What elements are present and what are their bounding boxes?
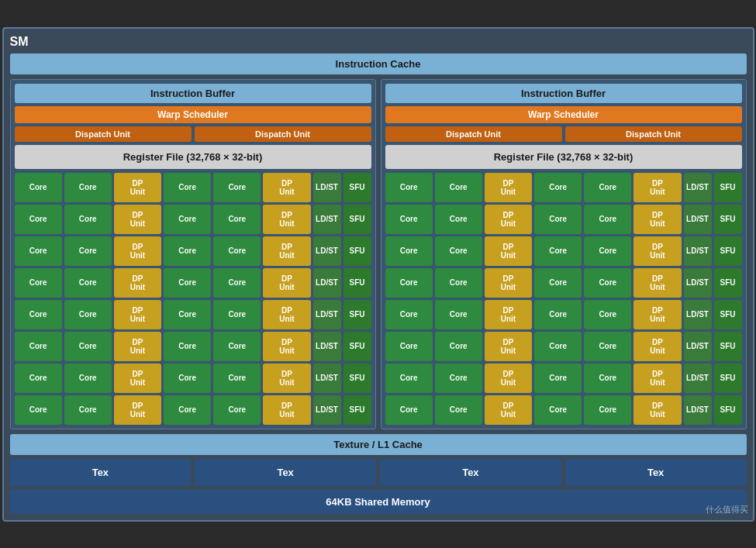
dp-unit: DPUnit — [633, 300, 681, 329]
ldst: LD/ST — [313, 268, 341, 298]
core: Core — [534, 173, 582, 202]
shared-memory: 64KB Shared Memory — [10, 490, 747, 514]
core: Core — [584, 173, 631, 202]
left-core-row-1: Core Core DPUnit Core Core DPUnit LD/ST … — [15, 173, 371, 202]
tex-unit-2: Tex — [195, 459, 376, 486]
dp-unit: DPUnit — [263, 300, 310, 329]
left-dispatch-unit-1: Dispatch Unit — [15, 126, 192, 142]
core: Core — [584, 364, 631, 393]
dp-unit: DPUnit — [485, 268, 532, 298]
bottom-section: Texture / L1 Cache Tex Tex Tex Tex 64KB … — [10, 434, 747, 514]
dp-unit: DPUnit — [633, 236, 681, 266]
right-dispatch-unit-2: Dispatch Unit — [565, 126, 742, 142]
tex-unit-1: Tex — [10, 459, 192, 486]
ldst: LD/ST — [313, 332, 341, 361]
sfu: SFU — [343, 364, 371, 393]
core: Core — [435, 236, 482, 266]
dp-unit: DPUnit — [263, 332, 310, 361]
dp-unit: DPUnit — [263, 205, 310, 234]
core: Core — [164, 205, 211, 234]
core: Core — [15, 268, 62, 298]
right-core-row-5: Core Core DPUnit Core Core DPUnit LD/ST … — [385, 300, 742, 329]
dp-unit: DPUnit — [633, 395, 681, 425]
core: Core — [584, 268, 631, 298]
left-core-row-3: Core Core DPUnit Core Core DPUnit LD/ST … — [15, 236, 371, 266]
core: Core — [213, 236, 261, 266]
core: Core — [385, 364, 433, 393]
dp-unit: DPUnit — [114, 395, 161, 425]
core: Core — [64, 173, 112, 202]
dp-unit: DPUnit — [114, 268, 161, 298]
left-register-file: Register File (32,768 × 32-bit) — [15, 145, 371, 169]
core: Core — [435, 300, 482, 329]
core: Core — [64, 300, 112, 329]
core: Core — [64, 236, 112, 266]
dp-unit: DPUnit — [263, 268, 310, 298]
right-half: Instruction Buffer Warp Scheduler Dispat… — [381, 79, 747, 429]
sfu: SFU — [714, 332, 742, 361]
right-core-grid: Core Core DPUnit Core Core DPUnit LD/ST … — [385, 173, 742, 425]
sfu: SFU — [714, 395, 742, 425]
left-core-row-4: Core Core DPUnit Core Core DPUnit LD/ST … — [15, 268, 371, 298]
core: Core — [164, 236, 211, 266]
watermark: 什么值得买 — [706, 504, 748, 515]
core: Core — [164, 364, 211, 393]
dp-unit: DPUnit — [633, 173, 681, 202]
right-register-file: Register File (32,768 × 32-bit) — [385, 145, 742, 169]
core: Core — [164, 395, 211, 425]
tex-unit-4: Tex — [565, 459, 747, 486]
core: Core — [534, 395, 582, 425]
left-warp-scheduler: Warp Scheduler — [15, 106, 371, 123]
right-core-row-4: Core Core DPUnit Core Core DPUnit LD/ST … — [385, 268, 742, 298]
ldst: LD/ST — [313, 364, 341, 393]
core: Core — [435, 395, 482, 425]
ldst: LD/ST — [684, 364, 712, 393]
dp-unit: DPUnit — [485, 395, 532, 425]
core: Core — [15, 300, 62, 329]
ldst: LD/ST — [684, 205, 712, 234]
core: Core — [385, 332, 433, 361]
dp-unit: DPUnit — [633, 205, 681, 234]
core: Core — [15, 173, 62, 202]
core: Core — [213, 300, 261, 329]
ldst: LD/ST — [684, 395, 712, 425]
dp-unit: DPUnit — [263, 236, 310, 266]
core: Core — [213, 332, 261, 361]
ldst: LD/ST — [313, 236, 341, 266]
core: Core — [534, 236, 582, 266]
left-half: Instruction Buffer Warp Scheduler Dispat… — [10, 79, 376, 429]
core: Core — [584, 395, 631, 425]
core: Core — [534, 364, 582, 393]
core: Core — [584, 300, 631, 329]
core: Core — [164, 173, 211, 202]
texture-cache: Texture / L1 Cache — [10, 434, 747, 455]
dp-unit: DPUnit — [485, 236, 532, 266]
core: Core — [435, 364, 482, 393]
right-dispatch-unit-1: Dispatch Unit — [385, 126, 562, 142]
core: Core — [164, 300, 211, 329]
core: Core — [385, 236, 433, 266]
dp-unit: DPUnit — [114, 173, 161, 202]
core: Core — [584, 332, 631, 361]
sfu: SFU — [343, 236, 371, 266]
core: Core — [385, 300, 433, 329]
core: Core — [435, 332, 482, 361]
ldst: LD/ST — [684, 332, 712, 361]
sfu: SFU — [343, 173, 371, 202]
dp-unit: DPUnit — [263, 364, 310, 393]
core: Core — [64, 364, 112, 393]
left-core-row-5: Core Core DPUnit Core Core DPUnit LD/ST … — [15, 300, 371, 329]
core: Core — [15, 236, 62, 266]
core: Core — [64, 332, 112, 361]
sfu: SFU — [343, 205, 371, 234]
sfu: SFU — [714, 236, 742, 266]
ldst: LD/ST — [684, 236, 712, 266]
sfu: SFU — [343, 268, 371, 298]
ldst: LD/ST — [313, 395, 341, 425]
core: Core — [213, 395, 261, 425]
dp-unit: DPUnit — [263, 173, 310, 202]
core: Core — [385, 268, 433, 298]
core: Core — [385, 173, 433, 202]
core: Core — [15, 395, 62, 425]
core: Core — [435, 268, 482, 298]
